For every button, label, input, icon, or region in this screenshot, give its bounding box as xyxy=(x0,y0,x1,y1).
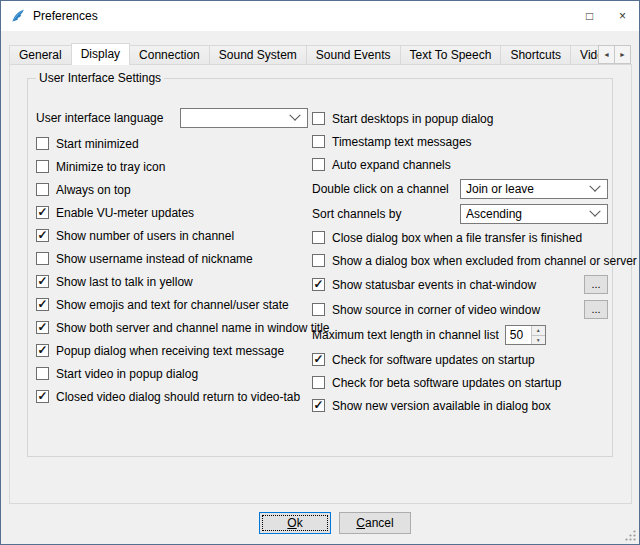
maximize-button[interactable]: □ xyxy=(573,1,606,31)
chevron-down-icon xyxy=(589,205,600,216)
checkbox-dialog-when-excluded[interactable]: Show a dialog box when excluded from cha… xyxy=(312,249,608,272)
checkbox-closed-video-return[interactable]: ✓ Closed video dialog should return to v… xyxy=(36,385,308,408)
checkbox-box: ✓ xyxy=(312,278,325,291)
checkbox-box xyxy=(312,112,325,125)
checkbox-box xyxy=(312,254,325,267)
ok-button[interactable]: Ok xyxy=(259,512,331,534)
statusbar-events-row: ✓ Show statusbar events in chat-window .… xyxy=(312,272,608,297)
close-button[interactable]: × xyxy=(606,1,639,31)
checkbox-video-source-corner[interactable]: Show source in corner of video window xyxy=(312,303,540,317)
checkbox-always-on-top[interactable]: Always on top xyxy=(36,178,308,201)
tab-page-display: User Interface Settings User interface l… xyxy=(9,64,632,504)
checkbox-popup-on-text-message[interactable]: ✓ Popup dialog when receiving text messa… xyxy=(36,339,308,362)
checkbox-box: ✓ xyxy=(36,275,49,288)
checkbox-box: ✓ xyxy=(36,206,49,219)
tab-connection[interactable]: Connection xyxy=(129,45,210,65)
checkbox-check-updates[interactable]: ✓ Check for software updates on startup xyxy=(312,348,608,371)
checkbox-new-version-dialog[interactable]: ✓ Show new version available in dialog b… xyxy=(312,394,608,417)
check-icon: ✓ xyxy=(37,298,47,310)
checkbox-box xyxy=(312,303,325,316)
checkbox-box xyxy=(36,252,49,265)
tab-sound-events[interactable]: Sound Events xyxy=(306,45,401,65)
video-source-more-button[interactable]: ... xyxy=(584,300,608,319)
double-click-row: Double click on a channel Join or leave xyxy=(312,176,608,201)
tab-shortcuts[interactable]: Shortcuts xyxy=(500,45,571,65)
dialog-buttons: Ok Cancel xyxy=(1,512,639,534)
tab-general[interactable]: General xyxy=(9,45,72,65)
right-column: Start desktops in popup dialog Timestamp… xyxy=(312,107,608,417)
sort-channels-combobox[interactable]: Ascending xyxy=(460,204,608,224)
checkbox-box: ✓ xyxy=(36,344,49,357)
checkbox-box xyxy=(36,137,49,150)
check-icon: ✓ xyxy=(37,206,47,218)
checkbox-box: ✓ xyxy=(312,353,325,366)
checkbox-box xyxy=(312,376,325,389)
check-icon: ✓ xyxy=(313,399,323,411)
checkbox-enable-vu-meter[interactable]: ✓ Enable VU-meter updates xyxy=(36,201,308,224)
app-logo-icon xyxy=(10,8,26,24)
checkbox-close-on-file-transfer[interactable]: Close dialog box when a file transfer is… xyxy=(312,226,608,249)
tab-scroll-right-icon[interactable]: ► xyxy=(614,45,631,64)
titlebar: Preferences □ × xyxy=(1,1,639,31)
preferences-window: Preferences □ × General Display Connecti… xyxy=(0,0,640,545)
checkbox-last-to-talk-yellow[interactable]: ✓ Show last to talk in yellow xyxy=(36,270,308,293)
checkbox-box xyxy=(36,183,49,196)
sort-channels-row: Sort channels by Ascending xyxy=(312,201,608,226)
language-row: User interface language xyxy=(36,107,308,129)
checkbox-start-desktops-popup[interactable]: Start desktops in popup dialog xyxy=(312,107,608,130)
max-text-length-row: Maximum text length in channel list 50 ▲… xyxy=(312,322,608,348)
left-column: User interface language Start minimized … xyxy=(36,107,308,408)
window-controls: □ × xyxy=(573,1,639,31)
check-icon: ✓ xyxy=(37,321,47,333)
checkbox-box: ✓ xyxy=(36,298,49,311)
language-label: User interface language xyxy=(36,111,163,125)
checkbox-show-user-count[interactable]: ✓ Show number of users in channel xyxy=(36,224,308,247)
spin-up-icon[interactable]: ▲ xyxy=(532,326,545,335)
checkbox-box: ✓ xyxy=(36,229,49,242)
checkbox-box xyxy=(36,367,49,380)
checkbox-start-minimized[interactable]: Start minimized xyxy=(36,132,308,155)
max-text-length-spinbox[interactable]: 50 ▲ ▼ xyxy=(505,325,546,345)
cancel-button[interactable]: Cancel xyxy=(339,512,411,534)
check-icon: ✓ xyxy=(37,229,47,241)
group-legend: User Interface Settings xyxy=(36,71,164,85)
checkbox-box: ✓ xyxy=(36,321,49,334)
user-interface-settings-group: User Interface Settings User interface l… xyxy=(27,71,613,457)
check-icon: ✓ xyxy=(37,390,47,402)
checkbox-minimize-to-tray[interactable]: Minimize to tray icon xyxy=(36,155,308,178)
spin-buttons: ▲ ▼ xyxy=(531,326,545,344)
checkbox-box xyxy=(36,160,49,173)
check-icon: ✓ xyxy=(313,353,323,365)
resize-grip[interactable] xyxy=(624,529,637,542)
tab-scroll-left-icon[interactable]: ◄ xyxy=(598,45,615,64)
double-click-combobox[interactable]: Join or leave xyxy=(460,179,608,199)
window-title: Preferences xyxy=(33,9,98,23)
check-icon: ✓ xyxy=(37,275,47,287)
chevron-down-icon xyxy=(289,110,300,121)
checkbox-server-channel-in-title[interactable]: ✓ Show both server and channel name in w… xyxy=(36,316,308,339)
check-icon: ✓ xyxy=(37,344,47,356)
checkbox-box xyxy=(312,231,325,244)
checkbox-timestamp-messages[interactable]: Timestamp text messages xyxy=(312,130,608,153)
checkbox-box: ✓ xyxy=(36,390,49,403)
tab-sound-system[interactable]: Sound System xyxy=(209,45,307,65)
max-text-length-label: Maximum text length in channel list xyxy=(312,328,499,342)
checkbox-statusbar-events[interactable]: ✓ Show statusbar events in chat-window xyxy=(312,278,536,292)
statusbar-events-more-button[interactable]: ... xyxy=(584,275,608,294)
tab-text-to-speech[interactable]: Text To Speech xyxy=(400,45,502,65)
tab-scroll-buttons: ◄ ► xyxy=(598,45,631,64)
language-combobox[interactable] xyxy=(180,108,308,128)
double-click-label: Double click on a channel xyxy=(312,182,449,196)
tab-display[interactable]: Display xyxy=(71,43,130,65)
video-source-row: Show source in corner of video window ..… xyxy=(312,297,608,322)
tab-bar: General Display Connection Sound System … xyxy=(9,43,631,65)
spin-down-icon[interactable]: ▼ xyxy=(532,335,545,345)
check-icon: ✓ xyxy=(313,278,323,290)
checkbox-start-video-popup[interactable]: Start video in popup dialog xyxy=(36,362,308,385)
checkbox-box xyxy=(312,135,325,148)
checkbox-check-beta-updates[interactable]: Check for beta software updates on start… xyxy=(312,371,608,394)
checkbox-auto-expand-channels[interactable]: Auto expand channels xyxy=(312,153,608,176)
checkbox-show-emojis[interactable]: ✓ Show emojis and text for channel/user … xyxy=(36,293,308,316)
chevron-down-icon xyxy=(589,180,600,191)
checkbox-show-username[interactable]: Show username instead of nickname xyxy=(36,247,308,270)
